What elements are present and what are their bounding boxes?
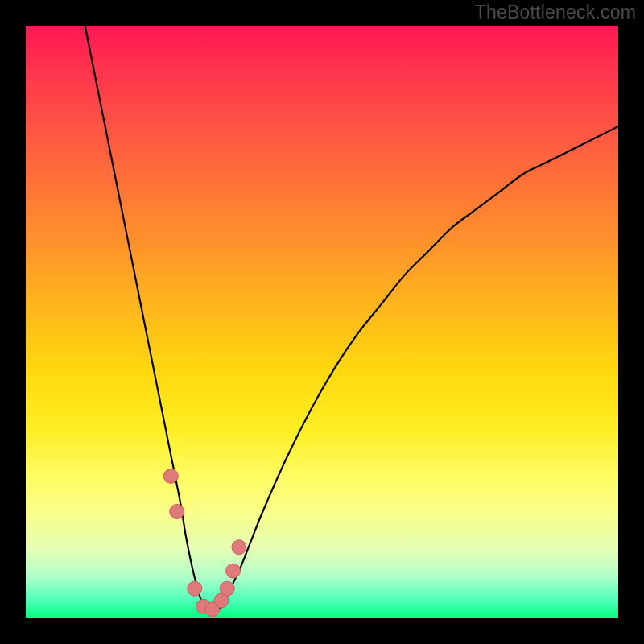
chart-frame: TheBottleneck.com (0, 0, 644, 644)
bottleneck-curve (85, 26, 618, 613)
curve-svg (26, 26, 618, 618)
highlight-marker (232, 540, 246, 555)
watermark-text: TheBottleneck.com (475, 2, 636, 23)
plot-area (26, 26, 618, 618)
highlight-marker (170, 505, 184, 519)
highlight-marker (163, 469, 178, 483)
highlight-marker (188, 581, 202, 596)
highlight-markers (163, 469, 246, 617)
highlight-marker (226, 564, 241, 578)
highlight-marker (220, 581, 234, 596)
